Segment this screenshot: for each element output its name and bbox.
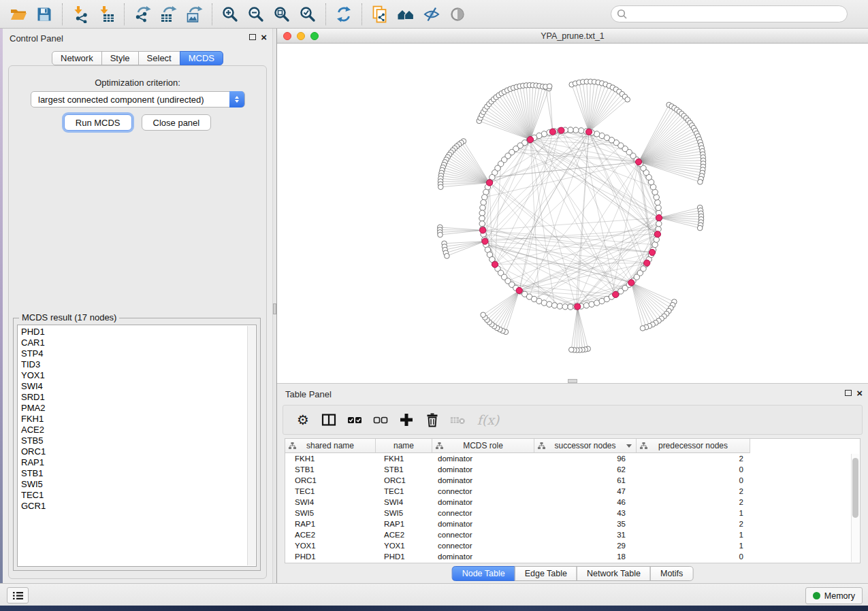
column-header-mcds-role[interactable]: MCDS role bbox=[432, 439, 534, 453]
ring-node[interactable] bbox=[573, 127, 579, 133]
search-input[interactable] bbox=[628, 7, 847, 21]
leaf-node[interactable] bbox=[698, 180, 703, 185]
mcds-result-item[interactable]: PHD1 bbox=[18, 327, 256, 337]
mcds-result-item[interactable]: ACE2 bbox=[18, 425, 256, 435]
mcds-result-item[interactable]: FKH1 bbox=[18, 414, 256, 425]
mcds-result-item[interactable]: ORC1 bbox=[18, 446, 256, 457]
ring-node[interactable] bbox=[656, 221, 662, 227]
task-history-button[interactable] bbox=[7, 587, 29, 604]
mcds-result-item[interactable]: RAP1 bbox=[18, 457, 256, 468]
mcds-result-item[interactable]: YOX1 bbox=[18, 370, 256, 381]
tab-select[interactable]: Select bbox=[138, 51, 180, 65]
ring-node[interactable] bbox=[480, 205, 485, 210]
zoom-selected-button[interactable] bbox=[295, 2, 321, 27]
leaf-node[interactable] bbox=[547, 84, 552, 89]
mcds-hub-node[interactable] bbox=[516, 287, 522, 293]
table-row[interactable]: ACE2ACE2connector311 bbox=[285, 529, 860, 540]
select-all-button[interactable] bbox=[347, 412, 363, 428]
leaf-node[interactable] bbox=[481, 312, 486, 318]
search-box[interactable] bbox=[611, 5, 848, 22]
optimization-criterion-select[interactable]: largest connected component (undirected) bbox=[31, 91, 245, 108]
open-session-button[interactable] bbox=[5, 2, 31, 27]
mcds-hub-node[interactable] bbox=[492, 261, 498, 267]
tab-edge-table[interactable]: Edge Table bbox=[515, 566, 577, 581]
mcds-hub-node[interactable] bbox=[585, 129, 592, 135]
table-row[interactable]: STB1STB1dominator620 bbox=[285, 464, 860, 475]
table-scrollbar-thumb[interactable] bbox=[852, 458, 858, 518]
close-panel-button[interactable]: Close panel bbox=[142, 114, 212, 131]
close-panel-icon[interactable]: × bbox=[261, 33, 267, 41]
table-row[interactable]: SWI4SWI4dominator462 bbox=[285, 497, 860, 508]
tab-network[interactable]: Network bbox=[52, 51, 102, 65]
column-header-shared-name[interactable]: shared name bbox=[285, 439, 376, 453]
ring-node[interactable] bbox=[482, 195, 487, 200]
ring-node[interactable] bbox=[481, 199, 486, 205]
ring-node[interactable] bbox=[557, 303, 562, 309]
apply-layout-button[interactable] bbox=[331, 2, 357, 27]
deselect-all-button[interactable] bbox=[372, 412, 389, 428]
ring-node[interactable] bbox=[551, 303, 557, 308]
mcds-hub-node[interactable] bbox=[482, 238, 488, 244]
table-scrollbar[interactable] bbox=[851, 454, 859, 562]
ring-node[interactable] bbox=[568, 304, 573, 310]
table-row[interactable]: RAP1RAP1dominator352 bbox=[285, 518, 860, 529]
delete-column-button[interactable] bbox=[450, 412, 466, 428]
show-all-button[interactable] bbox=[445, 2, 470, 27]
zoom-out-button[interactable] bbox=[243, 2, 269, 27]
tab-style[interactable]: Style bbox=[101, 51, 139, 65]
mcds-result-item[interactable]: TID3 bbox=[18, 359, 256, 370]
mcds-hub-node[interactable] bbox=[656, 214, 662, 220]
mcds-result-item[interactable]: GCR1 bbox=[18, 501, 256, 512]
mcds-hub-node[interactable] bbox=[558, 127, 564, 133]
import-network-button[interactable] bbox=[67, 2, 93, 27]
leaf-node[interactable] bbox=[438, 232, 443, 237]
mcds-hub-node[interactable] bbox=[480, 227, 486, 233]
mcds-result-item[interactable]: STB1 bbox=[18, 468, 256, 479]
ring-node[interactable] bbox=[578, 128, 583, 133]
new-network-from-selection-button[interactable] bbox=[367, 2, 393, 27]
leaf-node[interactable] bbox=[625, 97, 630, 102]
add-row-button[interactable] bbox=[398, 412, 415, 428]
ring-node[interactable] bbox=[583, 303, 589, 308]
delete-row-button[interactable] bbox=[424, 412, 440, 428]
leaf-node[interactable] bbox=[568, 347, 574, 352]
run-mcds-button[interactable]: Run MCDS bbox=[64, 114, 132, 131]
mcds-hub-node[interactable] bbox=[628, 280, 634, 286]
mcds-result-item[interactable]: CAR1 bbox=[18, 337, 256, 348]
column-header-name[interactable]: name bbox=[376, 439, 432, 453]
close-panel-icon[interactable]: × bbox=[856, 389, 863, 397]
leaf-node[interactable] bbox=[640, 326, 645, 331]
tab-node-table[interactable]: Node Table bbox=[452, 566, 515, 581]
mcds-hub-node[interactable] bbox=[649, 249, 655, 255]
table-settings-button[interactable]: ⚙ bbox=[295, 412, 311, 428]
column-header-predecessor-nodes[interactable]: predecessor nodes bbox=[637, 439, 750, 453]
mcds-hub-node[interactable] bbox=[549, 129, 556, 135]
mcds-hub-node[interactable] bbox=[527, 137, 533, 143]
leaf-node[interactable] bbox=[697, 225, 703, 231]
column-header-successor-nodes[interactable]: successor nodes bbox=[534, 439, 637, 453]
ring-node[interactable] bbox=[655, 199, 660, 205]
ring-node[interactable] bbox=[547, 301, 552, 307]
table-row[interactable]: SWI5SWI5connector431 bbox=[285, 508, 860, 518]
tab-mcds[interactable]: MCDS bbox=[180, 51, 223, 65]
network-canvas[interactable] bbox=[277, 44, 868, 383]
zoom-fit-button[interactable] bbox=[269, 2, 295, 27]
export-table-button[interactable] bbox=[155, 2, 181, 27]
splitter-grip[interactable] bbox=[273, 303, 276, 314]
column-chooser-button[interactable] bbox=[321, 412, 337, 428]
table-row[interactable]: TEC1TEC1connector472 bbox=[285, 486, 860, 497]
float-window-icon[interactable] bbox=[845, 390, 852, 396]
save-session-button[interactable] bbox=[31, 2, 57, 27]
mcds-result-item[interactable]: TEC1 bbox=[18, 490, 256, 501]
ring-node[interactable] bbox=[479, 216, 485, 221]
hide-selection-button[interactable] bbox=[419, 2, 445, 27]
mcds-hub-node[interactable] bbox=[486, 180, 492, 186]
mcds-result-item[interactable]: SRD1 bbox=[18, 392, 256, 403]
function-builder-button[interactable]: f(x) bbox=[476, 412, 500, 428]
leaf-node[interactable] bbox=[445, 253, 450, 259]
mcds-result-item[interactable]: STB5 bbox=[18, 435, 256, 446]
tab-network-table[interactable]: Network Table bbox=[577, 566, 651, 581]
mcds-result-item[interactable]: STP4 bbox=[18, 348, 256, 359]
ring-node[interactable] bbox=[568, 127, 573, 133]
mcds-hub-node[interactable] bbox=[575, 303, 581, 310]
